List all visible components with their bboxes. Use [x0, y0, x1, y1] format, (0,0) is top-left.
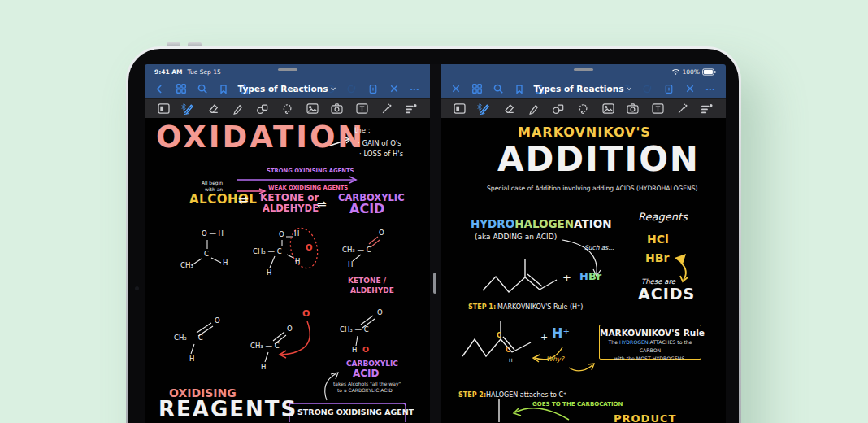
- search-icon[interactable]: [491, 82, 505, 96]
- molB-h1: H: [294, 230, 299, 238]
- toolbar-left: [145, 98, 430, 118]
- image-icon[interactable]: [601, 102, 615, 116]
- why-label: Why?: [546, 355, 564, 363]
- ation-part: ATION: [574, 217, 611, 230]
- hbr-h-part: H: [579, 270, 588, 282]
- begin-note-1: All begin: [202, 181, 223, 186]
- molA-ch3: CH₃: [180, 262, 193, 270]
- text-box-icon[interactable]: [354, 102, 369, 116]
- more-icon[interactable]: •••: [704, 82, 718, 96]
- status-date: Tue Sep 15: [188, 68, 221, 76]
- left-ink-strokes: [145, 118, 430, 422]
- grid-pages-icon[interactable]: [174, 82, 188, 96]
- molA-oh: O — H: [202, 230, 224, 238]
- rule-box-body: The HYDROGEN ATTACHES to the CARBON with…: [600, 338, 701, 363]
- ipad-device: 9:41 AM Tue Sep 15 Types of Reactions: [126, 46, 741, 423]
- molA-c: C: [204, 251, 209, 259]
- ketone-aldehyde-label-1: KETONE /: [348, 277, 386, 285]
- aka-label: (aka ADDING an ACID): [475, 233, 557, 241]
- rule-hydrogen: HYDROGEN: [619, 339, 649, 345]
- pen-tool-icon[interactable]: [477, 102, 492, 116]
- page-view-icon[interactable]: [156, 102, 171, 116]
- molB-h3: H: [267, 269, 271, 277]
- molB-ch3c: CH₃ — C: [253, 248, 282, 256]
- hbr-reactant: HBr: [579, 271, 601, 283]
- laser-pointer-icon[interactable]: [380, 102, 394, 116]
- document-title-dropdown[interactable]: Types of Reactions: [534, 84, 633, 94]
- def-loss: · LOSS of H's: [359, 150, 403, 159]
- rule-box-title: MARKOVNIKOV'S Rule: [600, 328, 701, 338]
- more-icon[interactable]: •••: [408, 82, 422, 96]
- eraser-icon[interactable]: [501, 102, 516, 116]
- grid-pages-icon[interactable]: [470, 82, 484, 96]
- image-icon[interactable]: [305, 102, 319, 116]
- redo-icon[interactable]: [345, 82, 358, 96]
- lasso-icon[interactable]: [576, 102, 591, 116]
- eraser-icon[interactable]: [206, 102, 220, 116]
- hydro-part: HYDRO: [471, 217, 514, 230]
- chevron-down-icon: [626, 85, 632, 92]
- def-head: the :: [354, 127, 371, 135]
- aldehyde-label: ALDEHYDE: [263, 203, 319, 214]
- split-drag-handle[interactable]: [433, 273, 436, 294]
- reagents-heading: Reagents: [638, 212, 688, 224]
- battery-icon: [702, 68, 716, 76]
- step2-text: HALOGEN attaches to C⁺: [486, 391, 566, 399]
- back-chevron-icon[interactable]: [153, 82, 167, 96]
- molC-ch3c: CH₃ — C: [342, 246, 371, 255]
- product-label: PRODUCT: [614, 413, 676, 423]
- search-icon[interactable]: [195, 82, 209, 96]
- shapes-icon[interactable]: [551, 102, 566, 116]
- equilibrium-arrow-1: ⇌: [238, 194, 249, 207]
- highlighter-icon[interactable]: [527, 102, 541, 116]
- camera-icon[interactable]: [626, 102, 640, 116]
- molF-o-red: O: [362, 346, 369, 355]
- highlighter-icon[interactable]: [231, 102, 245, 116]
- close-icon[interactable]: [387, 82, 401, 96]
- redo-icon[interactable]: [640, 82, 654, 96]
- close-split-icon[interactable]: [449, 82, 462, 96]
- statusbar-left: 9:41 AM Tue Sep 15: [145, 64, 430, 79]
- molE-h: H: [261, 364, 266, 372]
- carbon-label-1: C: [497, 332, 501, 339]
- text-box-icon[interactable]: [650, 102, 665, 116]
- front-camera: [135, 286, 139, 290]
- toolbar-right: [441, 98, 726, 118]
- bookmark-icon[interactable]: [216, 82, 230, 96]
- ketone-aldehyde-label-2: ALDEHYDE: [350, 286, 394, 294]
- plus-sign-2: +: [540, 333, 548, 343]
- strong-oxidising-agent-box-label: STRONG OXIDISING AGENT: [297, 408, 414, 417]
- laser-pointer-icon[interactable]: [675, 102, 690, 116]
- molC-o: O: [379, 229, 384, 238]
- page-view-icon[interactable]: [452, 102, 467, 116]
- pen-tool-icon[interactable]: [181, 102, 196, 116]
- add-page-icon[interactable]: [366, 82, 380, 96]
- document-title-dropdown[interactable]: Types of Reactions: [238, 84, 337, 94]
- add-page-icon[interactable]: [662, 82, 675, 96]
- shapes-icon[interactable]: [255, 102, 270, 116]
- camera-icon[interactable]: [330, 102, 345, 116]
- lasso-icon[interactable]: [280, 102, 295, 116]
- markovnikov-rule-box: MARKOVNIKOV'S Rule The HYDROGEN ATTACHES…: [599, 325, 701, 360]
- equilibrium-arrow-2: ⇌: [317, 198, 327, 211]
- chevron-down-icon: [330, 85, 336, 92]
- navbar-right: Types of Reactions •••: [441, 79, 726, 98]
- addition-subtitle: Special case of Addition involving addin…: [487, 185, 698, 193]
- multitask-pill[interactable]: [574, 68, 593, 71]
- molB-o-red: O: [306, 243, 313, 253]
- reagents-label: REAGENTS: [158, 398, 297, 422]
- weak-agents-label: WEAK OXIDISING AGENTS: [268, 185, 348, 192]
- note-canvas-left[interactable]: OXIDATION the : · GAIN of O's · LOSS of …: [145, 118, 430, 423]
- oxidation-title: OXIDATION: [156, 120, 365, 155]
- molB-h2: H: [295, 258, 300, 266]
- stroke-style-menu-icon[interactable]: [404, 102, 419, 116]
- bookmark-icon[interactable]: [512, 82, 526, 96]
- def-gain: · GAIN of O's: [358, 140, 401, 148]
- stroke-style-menu-icon[interactable]: [700, 102, 714, 116]
- molF-ch3c: CH₃ — C: [340, 326, 369, 334]
- multitask-pill[interactable]: [278, 68, 297, 71]
- close-icon[interactable]: [683, 82, 697, 96]
- status-time: 9:41 AM: [154, 68, 183, 76]
- note-canvas-right[interactable]: MARKOVNIKOV'S ADDITION Special case of A…: [441, 118, 726, 423]
- desktop-background: { "palette": { "navbar_blue": "#2d4a76",…: [0, 0, 868, 423]
